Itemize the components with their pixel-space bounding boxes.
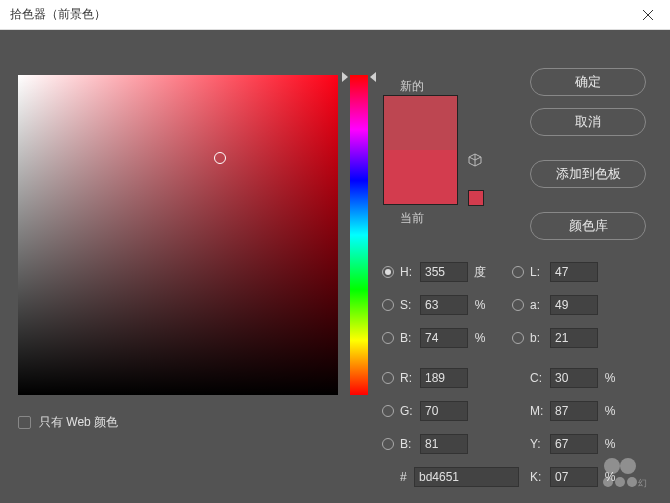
blue-input[interactable] [420, 434, 468, 454]
green-label: G: [400, 404, 420, 418]
current-color-label: 当前 [400, 210, 424, 227]
brightness-label: B: [400, 331, 420, 345]
window-title: 拾色器（前景色） [10, 6, 106, 23]
magenta-input[interactable] [550, 401, 598, 421]
green-row: G: [382, 399, 468, 423]
cyan-unit: % [602, 371, 618, 385]
lab-b-input[interactable] [550, 328, 598, 348]
brightness-radio[interactable] [382, 332, 394, 344]
hue-slider[interactable] [350, 75, 368, 395]
hue-label: H: [400, 265, 420, 279]
closest-color-swatch[interactable] [468, 190, 484, 206]
web-colors-label: 只有 Web 颜色 [39, 414, 118, 431]
black-row: K: % [530, 465, 618, 489]
hue-input[interactable] [420, 262, 468, 282]
new-color-preview [384, 96, 457, 150]
lab-b-row: b: [512, 326, 598, 350]
red-input[interactable] [420, 368, 468, 388]
close-button[interactable] [625, 0, 670, 30]
cyan-input[interactable] [550, 368, 598, 388]
blue-label: B: [400, 437, 420, 451]
black-label: K: [530, 470, 550, 484]
magenta-row: M: % [530, 399, 618, 423]
yellow-input[interactable] [550, 434, 598, 454]
brightness-input[interactable] [420, 328, 468, 348]
yellow-unit: % [602, 437, 618, 451]
picker-body: 新的 当前 确定 取消 添加到色板 颜色库 只有 Web 颜色 H: 度 S: … [0, 30, 670, 503]
magenta-label: M: [530, 404, 550, 418]
color-swatch [383, 95, 458, 205]
lab-b-radio[interactable] [512, 332, 524, 344]
green-input[interactable] [420, 401, 468, 421]
current-color-preview [384, 150, 457, 204]
add-swatch-button[interactable]: 添加到色板 [530, 160, 646, 188]
red-radio[interactable] [382, 372, 394, 384]
lightness-label: L: [530, 265, 550, 279]
yellow-row: Y: % [530, 432, 618, 456]
cancel-button[interactable]: 取消 [530, 108, 646, 136]
color-libraries-button[interactable]: 颜色库 [530, 212, 646, 240]
black-input[interactable] [550, 467, 598, 487]
blue-radio[interactable] [382, 438, 394, 450]
lightness-radio[interactable] [512, 266, 524, 278]
ok-button[interactable]: 确定 [530, 68, 646, 96]
checkbox-icon [18, 416, 31, 429]
web-colors-checkbox[interactable]: 只有 Web 颜色 [18, 414, 118, 431]
lab-a-label: a: [530, 298, 550, 312]
lab-a-row: a: [512, 293, 598, 317]
cyan-row: C: % [530, 366, 618, 390]
svg-point-1 [620, 458, 636, 474]
gamut-warning-icon[interactable] [468, 153, 482, 167]
magenta-unit: % [602, 404, 618, 418]
sv-cursor [214, 152, 226, 164]
close-icon [643, 10, 653, 20]
hue-radio[interactable] [382, 266, 394, 278]
saturation-row: S: % [382, 293, 488, 317]
cyan-label: C: [530, 371, 550, 385]
saturation-label: S: [400, 298, 420, 312]
lightness-row: L: [512, 260, 598, 284]
hex-row: # [400, 465, 519, 489]
svg-text:幻: 幻 [638, 478, 647, 488]
saturation-value-field[interactable] [18, 75, 338, 395]
red-row: R: [382, 366, 468, 390]
lab-b-label: b: [530, 331, 550, 345]
blue-row: B: [382, 432, 468, 456]
lab-a-radio[interactable] [512, 299, 524, 311]
titlebar: 拾色器（前景色） [0, 0, 670, 30]
hue-row: H: 度 [382, 260, 488, 284]
green-radio[interactable] [382, 405, 394, 417]
black-unit: % [602, 470, 618, 484]
svg-point-4 [627, 477, 637, 487]
hex-label: # [400, 470, 414, 484]
brightness-row: B: % [382, 326, 488, 350]
saturation-radio[interactable] [382, 299, 394, 311]
lightness-input[interactable] [550, 262, 598, 282]
yellow-label: Y: [530, 437, 550, 451]
saturation-input[interactable] [420, 295, 468, 315]
hue-arrow-right-icon [370, 72, 376, 82]
red-label: R: [400, 371, 420, 385]
hex-input[interactable] [414, 467, 519, 487]
new-color-label: 新的 [400, 78, 424, 95]
brightness-unit: % [472, 331, 488, 345]
saturation-unit: % [472, 298, 488, 312]
hue-unit: 度 [472, 264, 488, 281]
hue-arrow-left-icon [342, 72, 348, 82]
lab-a-input[interactable] [550, 295, 598, 315]
